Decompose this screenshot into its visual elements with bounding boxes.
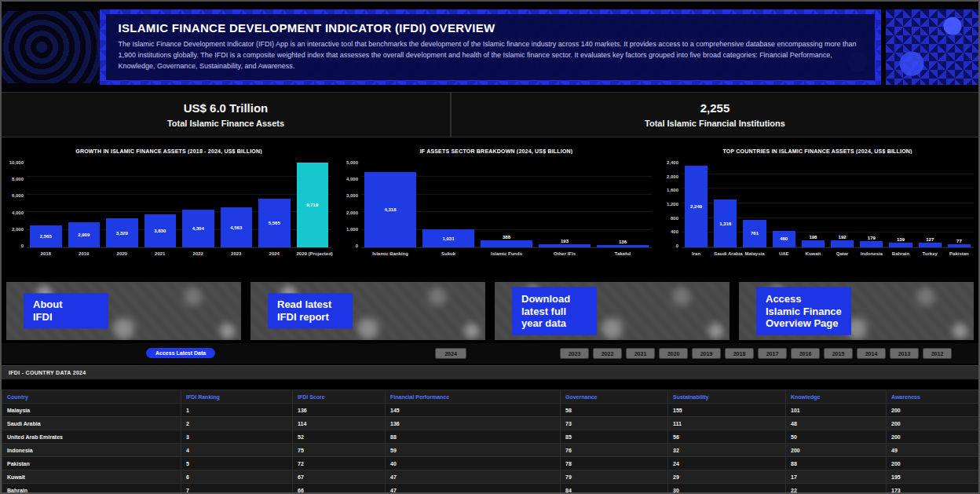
bar[interactable]: 139 xyxy=(889,243,912,247)
banner-strip: ISLAMIC FINANCE DEVELOPMENT INDICATOR (I… xyxy=(2,5,978,90)
year-button-2021[interactable]: 2021 xyxy=(626,348,655,359)
x-axis-label: Islamic Banking xyxy=(364,251,416,256)
table-row[interactable]: Saudi Arabia21141367311148200 xyxy=(2,417,979,430)
bar[interactable]: 193 xyxy=(539,244,591,247)
y-axis-tick: 10,000 xyxy=(9,160,24,165)
bar[interactable]: 2,565 xyxy=(30,225,62,247)
card-download-data[interactable]: Download latest full year data xyxy=(495,282,730,340)
bar[interactable]: 4,318 xyxy=(364,172,416,247)
table-row[interactable]: Malaysia113614558155101200 xyxy=(2,404,979,417)
year-button-2014[interactable]: 2014 xyxy=(857,348,886,359)
bar[interactable]: 2,909 xyxy=(68,222,101,247)
table-cell: 32 xyxy=(668,444,786,457)
table-cell: 56 xyxy=(668,430,786,444)
card-overview-page[interactable]: Access Islamic Finance Overview Page xyxy=(739,282,974,340)
bar[interactable]: 3,329 xyxy=(106,218,138,247)
bar[interactable]: 198 xyxy=(802,240,825,247)
table-cell: 6 xyxy=(181,470,293,484)
table-cell: 58 xyxy=(561,404,668,417)
bar[interactable]: 4,563 xyxy=(221,207,253,247)
column-header[interactable]: Country xyxy=(2,390,181,404)
table-cell: 4 xyxy=(181,444,293,457)
bar[interactable]: 3,830 xyxy=(144,214,177,248)
table-cell: Indonesia xyxy=(2,444,181,457)
overview-page-button[interactable]: Access Islamic Finance Overview Page xyxy=(756,287,851,335)
bar-value-label: 1,031 xyxy=(442,236,454,241)
year-button-2013[interactable]: 2013 xyxy=(890,348,919,359)
x-axis-label: Takaful xyxy=(597,251,649,256)
y-axis-tick: 2,000 xyxy=(12,227,24,232)
year-button-2024[interactable]: 2024 xyxy=(435,348,466,359)
table-cell: Saudi Arabia xyxy=(2,417,181,430)
bar[interactable]: 761 xyxy=(743,220,766,247)
bar[interactable]: 77 xyxy=(948,244,971,247)
bar[interactable]: 136 xyxy=(597,245,649,247)
bar[interactable]: 2,249 xyxy=(685,166,708,247)
about-ifdi-button[interactable]: About IFDI xyxy=(24,293,108,328)
bar-column: 198 xyxy=(802,160,825,247)
table-cell: 136 xyxy=(293,404,386,417)
column-header[interactable]: Governance xyxy=(561,390,668,404)
column-header[interactable]: Knowledge xyxy=(786,390,887,404)
table-cell: 49 xyxy=(887,444,979,457)
card-read-report[interactable]: Read latest IFDI report xyxy=(250,282,485,340)
x-axis-label: UAE xyxy=(773,251,795,256)
bar-column: 2,565 xyxy=(30,160,62,247)
download-data-button[interactable]: Download latest full year data xyxy=(512,287,597,335)
table-cell: 195 xyxy=(887,470,979,484)
y-axis-tick: 0 xyxy=(356,243,358,248)
column-header[interactable]: Sustainability xyxy=(668,390,786,404)
access-latest-data-button[interactable]: Access Latest Data xyxy=(146,348,215,358)
bar-value-label: 127 xyxy=(926,237,934,242)
table-row[interactable]: Kuwait66747792917195 xyxy=(2,470,979,484)
bar-column: 3,830 xyxy=(144,160,177,247)
chart-sector-breakdown: IF ASSETS SECTOR BREAKDOWN (2024, US$ BI… xyxy=(336,144,656,276)
bar[interactable]: 4,304 xyxy=(182,210,214,247)
table-row[interactable]: Indonesia47559763220049 xyxy=(2,444,979,457)
table-cell: 24 xyxy=(668,457,786,470)
y-axis: 10,0008,0006,0004,0002,0000 xyxy=(6,160,27,248)
x-axis: Islamic BankingSukukIslamic FundsOther I… xyxy=(361,251,652,256)
column-header[interactable]: IFDI Score xyxy=(293,390,386,404)
y-axis-tick: 400 xyxy=(671,229,678,234)
year-button-2020[interactable]: 2020 xyxy=(659,348,688,359)
card-about-ifdi[interactable]: About IFDI xyxy=(6,282,241,340)
column-header[interactable]: Financial Performance xyxy=(386,390,561,404)
year-button-2015[interactable]: 2015 xyxy=(824,348,853,359)
read-report-button[interactable]: Read latest IFDI report xyxy=(268,293,353,328)
year-selector-row: Access Latest Data 2024 2023202220212020… xyxy=(2,343,978,364)
bar-column: 139 xyxy=(889,160,912,247)
year-button-2012[interactable]: 2012 xyxy=(923,348,952,359)
bar-column: 2,249 xyxy=(685,160,708,247)
table-row[interactable]: Pakistan57240782488200 xyxy=(2,457,979,470)
bar[interactable]: 127 xyxy=(919,243,942,247)
x-axis-label: Indonesia xyxy=(860,251,883,256)
bar[interactable]: 9,719 xyxy=(297,163,329,247)
charts-row: GROWTH IN ISLAMIC FINANCE ASSETS (2018 -… xyxy=(2,144,978,276)
x-axis-label: 2022 xyxy=(182,251,214,256)
table-row[interactable]: United Arab Emirates35288855650200 xyxy=(2,430,979,444)
year-button-2016[interactable]: 2016 xyxy=(791,348,820,359)
bar[interactable]: 5,565 xyxy=(258,199,291,247)
bar[interactable]: 1,031 xyxy=(422,229,474,247)
bar[interactable]: 1,316 xyxy=(714,199,737,247)
year-button-2022[interactable]: 2022 xyxy=(593,348,622,359)
year-button-2019[interactable]: 2019 xyxy=(692,348,721,359)
bar[interactable]: 388 xyxy=(481,240,532,247)
year-button-2018[interactable]: 2018 xyxy=(725,348,754,359)
table-row[interactable]: Bahrain76647843022173 xyxy=(2,484,979,494)
year-button-2017[interactable]: 2017 xyxy=(758,348,787,359)
bar[interactable]: 179 xyxy=(860,241,883,247)
x-axis: 20182019202020212022202320242029 (Projec… xyxy=(27,251,331,256)
bar[interactable]: 192 xyxy=(831,240,854,247)
bar-value-label: 761 xyxy=(751,231,759,236)
table-cell: 84 xyxy=(561,484,668,494)
year-button-2023[interactable]: 2023 xyxy=(560,348,589,359)
bar[interactable]: 460 xyxy=(773,231,795,247)
bar-value-label: 4,318 xyxy=(384,207,396,212)
column-header[interactable]: Awareness xyxy=(887,390,979,404)
column-header[interactable]: IFDI Ranking xyxy=(181,390,293,404)
bar-value-label: 193 xyxy=(561,239,569,243)
x-axis-label: 2021 xyxy=(144,251,177,256)
bar-column: 127 xyxy=(919,160,942,247)
